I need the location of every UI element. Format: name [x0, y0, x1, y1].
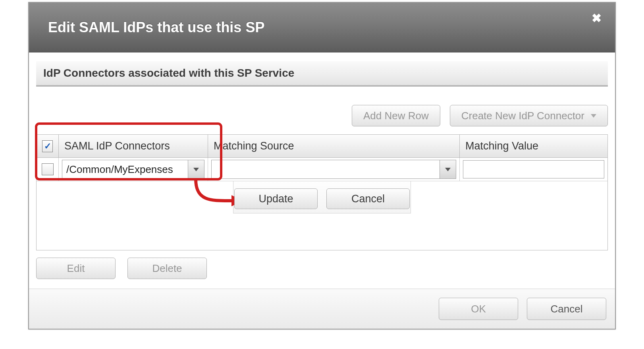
edit-button[interactable]: Edit	[36, 258, 116, 279]
close-icon[interactable]: ✖	[592, 12, 602, 24]
header-matching-source[interactable]: Matching Source	[208, 135, 460, 158]
delete-label: Delete	[152, 262, 182, 275]
matching-value-input[interactable]	[463, 160, 604, 178]
top-button-row: Add New Row Create New IdP Connector	[36, 105, 608, 126]
add-new-row-label: Add New Row	[363, 110, 429, 122]
chevron-down-icon[interactable]	[188, 160, 204, 178]
saml-idp-connector-select[interactable]: /Common/MyExpenses	[62, 160, 204, 179]
saml-idp-connector-value: /Common/MyExpenses	[62, 160, 188, 178]
dialog-body: IdP Connectors associated with this SP S…	[29, 52, 615, 279]
cancel-row-button[interactable]: Cancel	[326, 188, 410, 209]
dialog-titlebar: Edit SAML IdPs that use this SP ✖	[29, 3, 615, 52]
chevron-down-icon	[591, 114, 596, 118]
section-title: IdP Connectors associated with this SP S…	[36, 61, 608, 87]
create-new-idp-connector-label: Create New IdP Connector	[461, 110, 584, 122]
header-select-all[interactable]	[37, 135, 59, 158]
grid-bottom-buttons: Edit Delete	[36, 258, 608, 279]
header-matching-value[interactable]: Matching Value	[460, 135, 607, 158]
table-row: /Common/MyExpenses	[37, 158, 607, 181]
create-new-idp-connector-button[interactable]: Create New IdP Connector	[450, 105, 608, 126]
ok-button[interactable]: OK	[439, 298, 518, 320]
matching-source-value	[212, 160, 440, 178]
select-all-checkbox[interactable]	[42, 140, 53, 152]
matching-source-select[interactable]	[211, 160, 456, 179]
row-checkbox[interactable]	[42, 163, 54, 175]
dialog: Edit SAML IdPs that use this SP ✖ IdP Co…	[28, 2, 616, 330]
row-matching-value-cell	[460, 158, 607, 181]
update-label: Update	[258, 193, 293, 205]
chevron-down-icon[interactable]	[440, 160, 456, 178]
update-button[interactable]: Update	[234, 188, 318, 209]
dialog-footer: OK Cancel	[29, 289, 615, 329]
row-action-buttons: Update Cancel	[37, 188, 607, 209]
row-connector-cell: /Common/MyExpenses	[59, 158, 208, 181]
cancel-button[interactable]: Cancel	[527, 298, 606, 320]
row-matching-source-cell	[208, 158, 460, 181]
table-header-row: SAML IdP Connectors Matching Source Matc…	[37, 135, 607, 158]
add-new-row-button[interactable]: Add New Row	[352, 105, 440, 126]
dialog-title: Edit SAML IdPs that use this SP	[48, 19, 264, 36]
header-saml-idp-connectors[interactable]: SAML IdP Connectors	[59, 135, 208, 158]
row-checkbox-cell[interactable]	[37, 158, 59, 181]
ok-label: OK	[471, 303, 486, 315]
delete-button[interactable]: Delete	[127, 258, 207, 279]
idp-connectors-table: SAML IdP Connectors Matching Source Matc…	[36, 134, 608, 250]
edit-label: Edit	[67, 262, 85, 275]
cancel-row-label: Cancel	[351, 193, 385, 205]
cancel-label: Cancel	[551, 303, 583, 315]
